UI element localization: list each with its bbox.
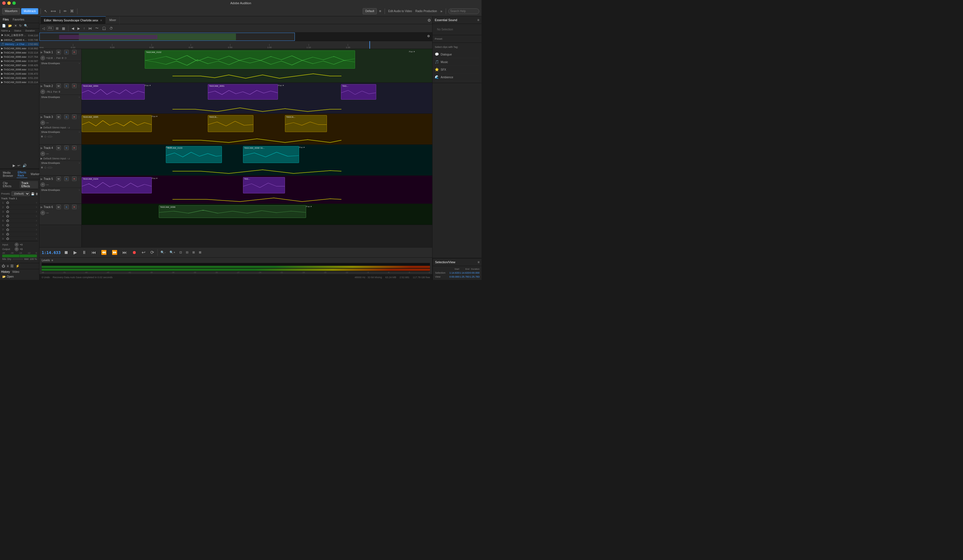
track-2-arm-button[interactable]: R [72,84,76,88]
fx-icon[interactable]: FX [47,26,54,31]
snap-icon[interactable]: ⊞ [55,26,60,31]
track-5-menu-icon[interactable]: ⋮ [78,177,80,180]
track-4-clip-tascam0098[interactable]: TASCAM_0098 Vo... [243,146,299,163]
track-6-mute-button[interactable]: M [56,205,61,209]
track-4-left-icon[interactable]: ◁ [47,166,50,169]
input-knob[interactable]: ⟳ [15,243,19,247]
settings-icon[interactable]: ⚙ [428,18,431,23]
metronome-icon[interactable]: ⏱ [109,26,114,31]
fade-icon[interactable]: 〜 [94,25,100,31]
track-3-volume-knob[interactable]: ⟳ [41,120,45,125]
waveform-overview[interactable]: ⚙ [39,32,432,41]
track-2-solo-button[interactable]: S [64,84,69,88]
list-icon[interactable]: ≡ [7,264,9,268]
fx-slot-4[interactable]: 4⏻› [1,214,38,218]
track-5-clip-tas[interactable]: TAS... [243,177,285,193]
track-1-mute-button[interactable]: M [56,50,61,54]
track-2-expand-icon[interactable]: ▶ [41,84,43,87]
selection-duration[interactable]: 0:00.000 [469,272,480,274]
track-3-lane[interactable]: TASCAM_0095 Pan ▾ TASCA... [82,114,432,145]
track-3-clip-tasca2[interactable]: TASCA... [208,115,253,132]
chain-icon[interactable]: ⛓ [10,264,14,268]
nudge-right-icon[interactable]: ▶ [76,26,81,31]
video-tab[interactable]: Video [12,270,19,274]
stop-button[interactable]: ⏹ [62,249,70,256]
history-item-open[interactable]: 📂 Open [1,275,38,279]
track-4-expand-icon[interactable]: ▶ [41,146,43,149]
sound-type-sfx[interactable]: ⭐ SFX [435,66,479,73]
clip-gain-icon[interactable]: ↑ [82,26,86,31]
track-4-clip-tascam0103[interactable]: TASCAM_0103 [166,146,222,163]
track-4-arm-button[interactable]: R [72,146,76,150]
track-5-show-envelopes-button[interactable]: Show Envelopes › [39,188,81,192]
file-item[interactable]: ▶ 240314__48000 4.wav 0:00.746 [0,38,39,42]
search-files-icon[interactable]: 🔍 [23,24,29,28]
output-knob[interactable]: ⟳ [15,247,19,251]
track-4-solo-button[interactable]: S [64,146,69,150]
overview-viewport[interactable] [39,32,295,41]
file-item[interactable]: ▶ TASCAM_0100.wav 0:06.472 [0,72,39,76]
effects-rack-tab[interactable]: Effects Rack [16,170,27,178]
history-tab[interactable]: History [1,270,10,274]
zoom-fit-view[interactable]: ⊡ [178,250,183,254]
file-item[interactable]: ▶ 3.24_上海音乐学院.wav 0:44.110 [0,33,39,38]
track-4-lane[interactable]: TASCAM_0103 Pan ▾ TASCAM_0098 Vo... [82,145,432,176]
track-3-solo-button[interactable]: S [64,115,69,119]
selection-start[interactable]: 1:14.633 [449,272,459,274]
track-1-clip-tascam0102[interactable]: TASCAM_0102 [145,50,355,69]
files-tab[interactable]: Files [2,18,10,22]
track-1-arm-button[interactable]: R [72,50,76,54]
media-browser-tab[interactable]: Media Browser [2,171,15,178]
track-4-menu-icon[interactable]: ⋮ [78,146,80,149]
fx-slot-2[interactable]: 2⏻› [1,205,38,209]
track-3-clip-tascam0095[interactable]: TASCAM_0095 [82,115,152,132]
track-6-menu-icon[interactable]: ⋮ [78,206,80,209]
track-3-clip-icon[interactable]: ◇ [44,135,47,138]
default-workspace-button[interactable]: Default [363,8,377,15]
minimize-button[interactable] [7,2,11,5]
clip-effects-tab[interactable]: Clip Effects [1,181,18,188]
fx-slot-7[interactable]: 7⏻› [1,228,38,232]
brush-tool-icon[interactable]: ⌘ [69,8,75,14]
track-4-show-envelopes-button[interactable]: Show Envelopes › [39,160,81,165]
view-duration[interactable]: 1:25.783 [469,275,480,278]
mini-play-button[interactable]: ▶ [13,163,15,168]
track-3-expand-icon[interactable]: ▶ [41,115,43,118]
track-1-expand-icon[interactable]: ▶ [41,51,43,54]
pencil-tool-icon[interactable]: ✏ [63,8,68,14]
tab-close-icon[interactable]: ✕ [100,19,102,22]
waveform-mode-button[interactable]: Waveform [2,8,20,15]
track-2-show-envelopes-button[interactable]: Show Envelopes › [39,95,81,99]
track-6-volume-knob[interactable]: ⟳ [41,210,45,215]
track-5-arm-button[interactable]: R [72,176,76,181]
mini-volume-icon[interactable]: 🔊 [23,163,27,168]
track-5-mute-button[interactable]: M [56,176,61,181]
track-1-solo-button[interactable]: S [64,50,69,54]
track-6-lane[interactable]: TASCAM_0096 Pan ▾ [82,204,432,225]
nudge-left-icon[interactable]: ◀ [70,26,75,31]
open-file-icon[interactable]: 📂 [7,24,13,28]
fx-slot-6[interactable]: 6⏻› [1,223,38,228]
play-button[interactable]: ▶ [72,249,79,256]
pointer-tool-icon[interactable]: ↖ [43,8,49,14]
view-end[interactable]: 1:25.783 [459,275,469,278]
workspace-menu-icon[interactable]: ≡ [378,8,383,14]
favorites-tab[interactable]: Favorites [11,18,25,22]
zoom-in-waveform[interactable]: 🔍+ [169,250,176,254]
track-4-right-icon[interactable]: ▷ [50,166,53,169]
lightning-icon[interactable]: ⚡ [16,264,20,268]
file-item[interactable]: ▶ TASCAM_0097.wav 0:08.425 [0,63,39,68]
track-6-arm-button[interactable]: R [72,205,76,209]
zoom-out-vertical[interactable]: ⊟ [185,250,190,254]
track-5-solo-button[interactable]: S [64,176,69,181]
new-file-icon[interactable]: 📄 [1,24,7,28]
track-4-input-menu[interactable]: › [67,157,68,160]
track-5-volume-knob[interactable]: ⟳ [41,183,45,187]
loop-icon[interactable]: ↻ [18,24,23,28]
editor-tab-mixer[interactable]: Mixer [106,16,120,24]
track-2-menu-icon[interactable]: ⋮ [78,84,80,87]
skip-forward-button[interactable]: ⏭ [121,249,129,256]
time-select-tool-icon[interactable]: ⟺ [50,8,57,14]
track-1-output-icon[interactable]: ⟳ [65,57,67,60]
track-2-clip-tas[interactable]: TAS... [341,84,376,100]
